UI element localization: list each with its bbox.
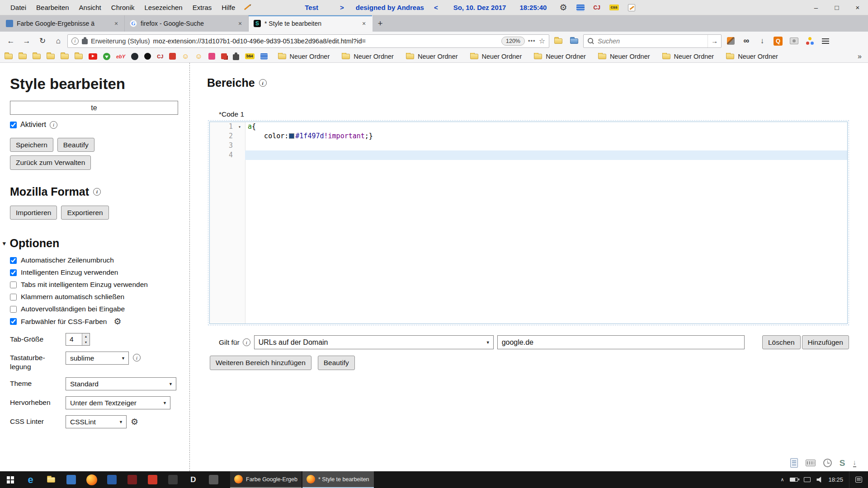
bookmark-star-icon[interactable]: ☆: [539, 37, 545, 45]
download-arrow-icon[interactable]: [103, 53, 110, 60]
css-badge-icon[interactable]: css: [609, 5, 619, 10]
url-bar[interactable]: i Erweiterung (Stylus) moz-extension://3…: [67, 34, 549, 48]
volume-icon[interactable]: [816, 477, 822, 483]
smiley-icon[interactable]: ☺: [182, 53, 189, 60]
fold-arrow-icon[interactable]: ▾: [234, 122, 245, 131]
minimize-button[interactable]: –: [806, 0, 826, 15]
fold-arrow-icon[interactable]: [234, 150, 245, 160]
theme-select[interactable]: Standard▼: [66, 377, 176, 390]
app-red-icon[interactable]: [142, 471, 163, 488]
info-icon[interactable]: i: [50, 121, 57, 129]
bookmark-folder-icon[interactable]: [47, 54, 55, 59]
bookmark-folder[interactable]: Neuer Ordner: [406, 53, 458, 60]
panel-icon[interactable]: [576, 5, 585, 11]
spin-down-icon[interactable]: ▼: [82, 339, 90, 345]
clock-icon[interactable]: [823, 459, 832, 467]
linter-select[interactable]: CSSLint▼: [66, 415, 127, 428]
search-input[interactable]: [598, 38, 704, 45]
menu-ansicht[interactable]: Ansicht: [74, 4, 106, 11]
info-icon[interactable]: i: [93, 188, 101, 196]
info-icon[interactable]: i: [243, 338, 250, 346]
start-button[interactable]: [0, 471, 20, 488]
action-center-icon[interactable]: [849, 471, 868, 488]
bookmark-folder[interactable]: Neuer Ordner: [470, 53, 522, 60]
line-number[interactable]: 1: [210, 122, 234, 131]
tab-3[interactable]: S* Style te bearbeiten×: [249, 15, 373, 32]
line-number[interactable]: 3: [210, 141, 234, 150]
bookmark-folder-icon[interactable]: [61, 54, 69, 59]
youtube-icon[interactable]: [89, 53, 97, 60]
firefox-icon[interactable]: [81, 471, 102, 488]
info-icon[interactable]: i: [259, 79, 267, 87]
menu-bearbeiten[interactable]: Bearbeiten: [31, 4, 74, 11]
checkbox[interactable]: [10, 306, 17, 313]
paintbrush-icon[interactable]: [724, 34, 737, 48]
downloadhelper-icon[interactable]: [803, 34, 816, 48]
bookmark-folder-icon[interactable]: [75, 54, 83, 59]
explorer-icon[interactable]: [41, 471, 61, 488]
gear-icon[interactable]: ⚙: [113, 317, 121, 326]
menu-chronik[interactable]: Chronik: [106, 4, 140, 11]
tab-close-icon[interactable]: ×: [359, 19, 368, 28]
cj-bookmark-icon[interactable]: CJ: [157, 54, 163, 59]
q-extension-icon[interactable]: Q: [771, 34, 785, 48]
export-button[interactable]: Exportieren: [61, 206, 108, 220]
bookmark-folder[interactable]: Neuer Ordner: [342, 53, 394, 60]
ebay-icon[interactable]: ebY: [116, 54, 125, 59]
applies-to-value-input[interactable]: [497, 335, 745, 349]
bookmark-folder-icon[interactable]: [5, 54, 13, 59]
highlight-select[interactable]: Unter dem Textzeiger▼: [66, 396, 170, 409]
app-maroon-icon[interactable]: [122, 471, 142, 488]
blue-lines-icon[interactable]: [260, 53, 268, 60]
tab-close-icon[interactable]: ×: [112, 19, 121, 28]
app-blue-icon[interactable]: [102, 471, 122, 488]
bookmark-folder[interactable]: Neuer Ordner: [534, 53, 586, 60]
red-double-icon[interactable]: [221, 53, 227, 59]
b64-icon[interactable]: b64: [245, 53, 255, 59]
menu-hilfe[interactable]: Hilfe: [217, 4, 240, 11]
keymap-select[interactable]: sublime▼: [66, 352, 129, 365]
tray-download-icon[interactable]: ↓: [853, 459, 857, 467]
line-number[interactable]: 4: [210, 150, 234, 160]
option-checkbox-row[interactable]: Automatischer Zeilenumbruch: [10, 256, 189, 264]
option-checkbox-row[interactable]: Intelligenten Einzug verwenden: [10, 268, 189, 277]
tab-close-icon[interactable]: ×: [236, 19, 245, 28]
maximize-button[interactable]: □: [826, 0, 847, 15]
screenshot-icon[interactable]: [787, 34, 801, 48]
code-text[interactable]: [245, 141, 847, 150]
tray-chevron-icon[interactable]: ∧: [780, 477, 784, 483]
save-button[interactable]: Speichern: [10, 138, 53, 152]
delete-section-button[interactable]: Löschen: [762, 335, 801, 349]
downloads-button[interactable]: ↓: [755, 34, 769, 48]
applies-to-type-select[interactable]: URLs auf der Domain ▼: [254, 335, 494, 349]
fold-arrow-icon[interactable]: [234, 131, 245, 141]
pink-bookmark-icon[interactable]: [208, 53, 215, 60]
option-checkbox-row[interactable]: Tabs mit intelligentem Einzug verwenden: [10, 281, 189, 289]
line-number[interactable]: 2: [210, 131, 234, 141]
import-button[interactable]: Importieren: [10, 206, 57, 220]
info-icon[interactable]: i: [133, 354, 141, 361]
checkbox[interactable]: [10, 282, 17, 288]
back-to-manage-button[interactable]: Zurück zum Verwalten: [10, 155, 91, 169]
spin-up-icon[interactable]: ▲: [82, 333, 90, 339]
code-line-4[interactable]: 4: [210, 150, 847, 160]
hamburger-menu-button[interactable]: [819, 34, 832, 48]
photos-app-icon[interactable]: [61, 471, 81, 488]
forward-button[interactable]: →: [20, 34, 33, 48]
search-bar[interactable]: →: [583, 34, 722, 48]
style-name-input[interactable]: [10, 101, 178, 115]
color-swatch[interactable]: [289, 133, 294, 139]
app-gray-icon[interactable]: [203, 471, 224, 488]
enabled-checkbox[interactable]: [10, 122, 17, 128]
option-checkbox-row[interactable]: Klammern automatisch schließen: [10, 293, 189, 301]
document-icon[interactable]: [790, 458, 798, 468]
clock-time[interactable]: 18:25: [828, 476, 843, 483]
code-line-1[interactable]: 1▾a{: [210, 122, 847, 131]
edge-icon[interactable]: e: [20, 471, 41, 488]
notes-icon[interactable]: [628, 4, 635, 11]
app-dark-icon[interactable]: [163, 471, 183, 488]
option-checkbox-row[interactable]: Farbwähler für CSS-Farben⚙: [10, 317, 189, 326]
beautify-button[interactable]: Beautify: [57, 138, 94, 152]
search-go-icon[interactable]: →: [708, 35, 721, 47]
page-actions-icon[interactable]: •••: [528, 38, 536, 44]
